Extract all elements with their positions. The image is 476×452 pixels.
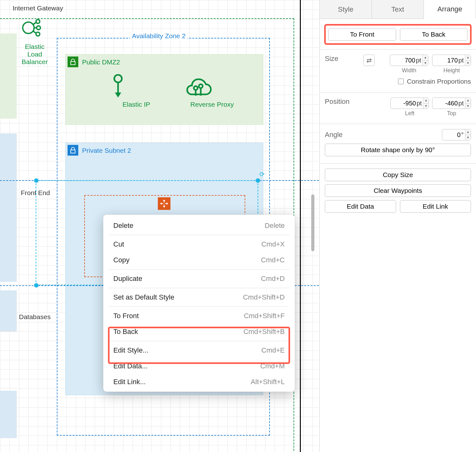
to-front-button[interactable]: To Front xyxy=(328,28,396,41)
panel-tabs: Style Text Arrange xyxy=(320,0,476,19)
annotation-highlight: To Front To Back xyxy=(324,24,472,45)
top-input[interactable]: pt ▲▼ xyxy=(432,98,471,109)
ctx-edit-data[interactable]: Edit Data...Cmd+M xyxy=(103,358,295,374)
separator xyxy=(109,288,289,288)
separator xyxy=(109,341,289,341)
width-sublabel: Width xyxy=(402,67,416,74)
stepper-up-icon[interactable]: ▲ xyxy=(423,98,429,104)
separator xyxy=(109,306,289,307)
stepper-down-icon[interactable]: ▼ xyxy=(465,104,471,109)
to-back-button[interactable]: To Back xyxy=(400,28,468,41)
left-input[interactable]: pt ▲▼ xyxy=(390,98,429,109)
edit-link-button[interactable]: Edit Link xyxy=(400,200,471,213)
swap-dimensions-icon[interactable]: ⇄ xyxy=(363,55,375,66)
separator xyxy=(109,269,289,270)
constrain-checkbox[interactable] xyxy=(398,79,404,84)
lock-icon xyxy=(68,145,78,156)
stepper-down-icon[interactable]: ▼ xyxy=(423,104,429,109)
ctx-edit-style[interactable]: Edit Style...Cmd+E xyxy=(103,342,295,358)
svg-line-4 xyxy=(33,22,37,25)
svg-line-6 xyxy=(33,31,37,33)
stepper-up-icon[interactable]: ▲ xyxy=(465,98,471,104)
separator xyxy=(109,235,289,235)
scrollbar-thumb[interactable] xyxy=(311,194,314,251)
reverse-proxy-icon xyxy=(182,73,214,98)
stepper-up-icon[interactable]: ▲ xyxy=(423,55,428,61)
copy-size-button[interactable]: Copy Size xyxy=(325,169,471,181)
subnet-fragment xyxy=(0,134,17,282)
left-field[interactable] xyxy=(391,100,417,107)
angle-field[interactable] xyxy=(442,131,461,139)
position-label: Position xyxy=(325,98,360,106)
clear-waypoints-button[interactable]: Clear Waypoints xyxy=(325,184,471,197)
stepper-down-icon[interactable]: ▼ xyxy=(465,135,471,140)
tab-text[interactable]: Text xyxy=(372,0,424,19)
selection-handle[interactable] xyxy=(34,283,39,288)
svg-point-10 xyxy=(199,84,203,88)
size-label: Size xyxy=(325,55,360,63)
rotate-90-button[interactable]: Rotate shape only by 90° xyxy=(325,144,471,156)
height-field[interactable] xyxy=(432,57,458,64)
rotate-handle-icon[interactable]: ⟳ xyxy=(259,170,265,178)
reverse-proxy-label: Reverse Proxy xyxy=(190,101,234,108)
elb-icon[interactable] xyxy=(21,18,42,40)
dmz-title: Public DMZ2 xyxy=(82,58,120,66)
constrain-label: Constrain Proportions xyxy=(407,78,471,85)
ctx-copy[interactable]: CopyCmd+C xyxy=(103,252,295,268)
lock-icon xyxy=(68,56,78,67)
format-panel: Style Text Arrange To Front To Back Size… xyxy=(319,0,476,452)
width-field[interactable] xyxy=(390,57,416,64)
svg-point-0 xyxy=(23,22,34,33)
ctx-default-style[interactable]: Set as Default StyleCmd+Shift+D xyxy=(103,289,295,305)
autoscaling-icon[interactable] xyxy=(158,197,170,210)
subnet-fragment xyxy=(0,33,17,119)
tier-divider xyxy=(0,180,319,181)
stepper-down-icon[interactable]: ▼ xyxy=(465,61,471,66)
subnet-fragment xyxy=(0,391,17,438)
selection-handle[interactable] xyxy=(34,178,39,183)
az-title: Availability Zone 2 xyxy=(130,32,187,40)
elastic-ip-icon xyxy=(110,74,126,100)
stepper-up-icon[interactable]: ▲ xyxy=(465,55,471,61)
tab-arrange[interactable]: Arrange xyxy=(424,0,476,19)
svg-point-9 xyxy=(194,86,198,90)
height-input[interactable]: pt ▲▼ xyxy=(432,55,471,66)
public-dmz2[interactable]: Public DMZ2 Elastic IP Reverse Proxy xyxy=(65,54,263,125)
angle-label: Angle xyxy=(325,131,360,139)
databases-label: Databases xyxy=(18,313,52,321)
selection-handle[interactable] xyxy=(256,178,260,183)
subnet-fragment xyxy=(0,290,17,331)
elastic-ip-label: Elastic IP xyxy=(122,101,150,108)
label-internet-gateway: Internet Gateway xyxy=(13,4,63,12)
top-sublabel: Top xyxy=(447,110,456,117)
private-subnet-title: Private Subnet 2 xyxy=(82,147,131,154)
ctx-to-back[interactable]: To BackCmd+Shift+B xyxy=(103,324,295,340)
top-field[interactable] xyxy=(432,100,458,107)
angle-input[interactable]: ° ▲▼ xyxy=(442,129,471,140)
context-menu: DeleteDelete CutCmd+X CopyCmd+C Duplicat… xyxy=(103,215,295,392)
stepper-up-icon[interactable]: ▲ xyxy=(465,129,471,135)
load-balancer-icon xyxy=(21,18,42,38)
elb-label: Elastic Load Balancer xyxy=(16,43,54,66)
front-end-label: Front End xyxy=(20,189,51,197)
svg-point-2 xyxy=(37,26,40,30)
ctx-duplicate[interactable]: DuplicateCmd+D xyxy=(103,271,295,287)
width-input[interactable]: pt ▲▼ xyxy=(390,55,429,66)
tab-style[interactable]: Style xyxy=(320,0,372,19)
ctx-cut[interactable]: CutCmd+X xyxy=(103,236,295,252)
ctx-edit-link[interactable]: Edit Link...Alt+Shift+L xyxy=(103,374,295,390)
height-sublabel: Height xyxy=(443,67,460,74)
edit-data-button[interactable]: Edit Data xyxy=(325,200,396,213)
stepper-down-icon[interactable]: ▼ xyxy=(423,61,428,66)
left-sublabel: Left xyxy=(405,110,414,117)
ctx-to-front[interactable]: To FrontCmd+Shift+F xyxy=(103,308,295,324)
svg-point-7 xyxy=(114,75,122,82)
ctx-delete[interactable]: DeleteDelete xyxy=(103,218,295,234)
page-edge xyxy=(300,0,301,452)
